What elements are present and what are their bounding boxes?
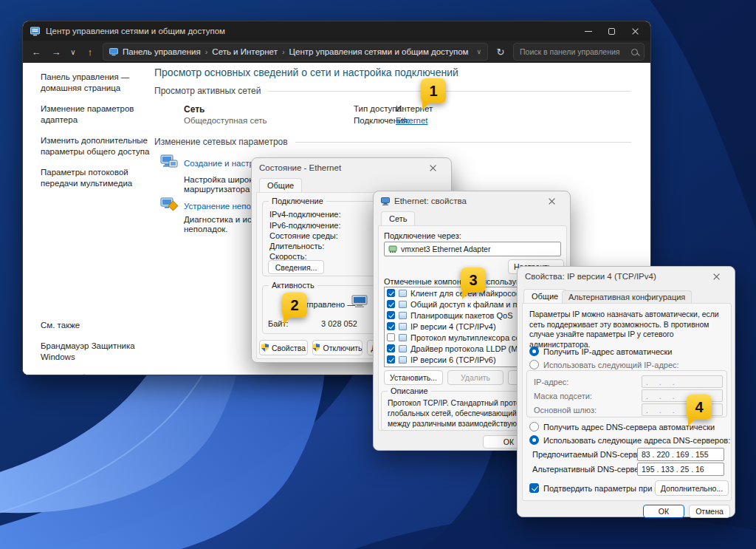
properties-button[interactable]: Свойства: [259, 340, 308, 355]
sidebar: Панель управления — домашняя страница Из…: [41, 72, 153, 199]
radio-auto-dns[interactable]: [529, 422, 539, 432]
breadcrumb-item-network-internet[interactable]: Сеть и Интернет: [212, 47, 278, 56]
install-button[interactable]: Установить...: [384, 370, 443, 385]
chevron-right-icon: ›: [205, 47, 208, 56]
ethernet-link[interactable]: Ethernet: [396, 116, 427, 125]
section-change-settings-label: Изменение сетевых параметров: [154, 137, 288, 147]
checkbox-checked-icon[interactable]: [387, 322, 395, 330]
component-label: IP версии 4 (TCP/IPv4): [410, 322, 496, 331]
sidebar-item-firewall[interactable]: Брандмауэр Защитника Windows: [41, 341, 153, 363]
back-icon[interactable]: ←: [29, 47, 44, 58]
component-icon: [399, 334, 407, 341]
alternate-dns-field[interactable]: 195 . 133 . 25 . 16: [637, 463, 724, 476]
ethernet-icon: [381, 197, 390, 205]
ip-address-label: IP-адрес:: [534, 378, 568, 386]
section-active-networks-label: Просмотр активных сетей: [154, 86, 261, 96]
see-also-header: См. также: [41, 320, 153, 331]
checkbox-unchecked-icon[interactable]: [387, 333, 395, 341]
close-icon[interactable]: [422, 160, 444, 175]
preferred-dns-label: Предпочитаемый DNS-сервер:: [532, 450, 648, 459]
sidebar-item-adapter-settings[interactable]: Изменение параметров адаптера: [41, 103, 153, 126]
close-icon[interactable]: [631, 27, 639, 35]
troubleshoot-icon: [160, 197, 178, 212]
ipv4-properties-dialog: Свойства: IP версии 4 (TCP/IPv4) Общие А…: [517, 266, 735, 517]
ipv4-intro-text: Параметры IP можно назначать автоматичес…: [529, 310, 724, 350]
component-icon: [399, 356, 407, 364]
chevron-down-icon[interactable]: ∨: [476, 48, 481, 55]
tab-general[interactable]: Общие: [523, 289, 566, 303]
window-title: Центр управления сетями и общим доступом: [46, 27, 225, 35]
radio-manual-ip[interactable]: [529, 360, 539, 369]
validate-settings-checkbox[interactable]: [529, 483, 539, 493]
tab-general[interactable]: Общие: [259, 178, 302, 192]
tab-alternate-configuration[interactable]: Альтернативная конфигурация: [562, 290, 692, 303]
troubleshoot-desc-line2: неполадок.: [184, 225, 228, 233]
adapter-dialog-titlebar[interactable]: Ethernet: свойства: [374, 191, 570, 211]
minimize-icon[interactable]: [585, 31, 592, 32]
status-dialog-title: Состояние - Ethernet: [259, 163, 341, 172]
component-icon: [399, 290, 407, 297]
duration-label: Длительность:: [269, 242, 324, 250]
advanced-button-label: Дополнительно...: [661, 484, 723, 493]
search-input[interactable]: Поиск в панели управления: [513, 43, 645, 61]
window-titlebar[interactable]: Центр управления сетями и общим доступом: [23, 21, 650, 41]
component-icon: [399, 323, 407, 330]
adapter-dialog-title: Ethernet: свойства: [394, 197, 467, 205]
close-icon[interactable]: [540, 194, 563, 208]
step-marker-3: 3: [461, 267, 486, 293]
checkbox-checked-icon[interactable]: [387, 311, 395, 319]
breadcrumb-item-control-panel[interactable]: Панель управления: [123, 47, 201, 56]
checkbox-checked-icon[interactable]: [387, 344, 395, 352]
checkbox-checked-icon[interactable]: [387, 300, 395, 308]
breadcrumb-item-network-sharing[interactable]: Центр управления сетями и общим доступом: [289, 47, 469, 56]
sidebar-see-also: См. также Брандмауэр Защитника Windows С…: [41, 320, 153, 375]
search-icon[interactable]: [631, 49, 638, 55]
step-marker-1: 1: [421, 78, 446, 103]
component-icon: [399, 312, 407, 319]
details-button[interactable]: Сведения...: [268, 260, 324, 274]
disable-button[interactable]: Отключить: [312, 340, 362, 355]
radio-manual-dns[interactable]: [529, 435, 539, 445]
radio-auto-ip-label[interactable]: Получить IP-адрес автоматически: [543, 347, 672, 356]
control-panel-icon: [30, 27, 40, 36]
ipv4-dialog-titlebar[interactable]: Свойства: IP версии 4 (TCP/IPv4): [518, 267, 735, 286]
ip-address-field[interactable]: . . .: [642, 375, 723, 388]
breadcrumb-location-icon: [109, 47, 118, 56]
forward-icon[interactable]: →: [49, 47, 63, 58]
page-title: Просмотр основных сведений о сети и наст…: [154, 67, 458, 78]
chevron-right-icon: ›: [282, 47, 285, 56]
network-adapter-icon: [388, 245, 397, 253]
adapter-name-field: vmxnet3 Ethernet Adapter: [384, 242, 561, 256]
sidebar-item-advanced-sharing[interactable]: Изменить дополнительные параметры общего…: [41, 135, 153, 157]
preferred-dns-field[interactable]: 83 . 220 . 169 . 155: [637, 448, 724, 461]
ok-button[interactable]: ОК: [643, 505, 684, 518]
component-label: Планировщик пакетов QoS: [410, 311, 513, 320]
radio-manual-ip-label[interactable]: Использовать следующий IP-адрес:: [543, 361, 679, 369]
sidebar-item-media-streaming[interactable]: Параметры потоковой передачи мультимедиа: [41, 167, 153, 189]
search-placeholder: Поиск в панели управления: [520, 47, 620, 56]
uac-shield-icon: [261, 344, 269, 352]
history-dropdown-icon[interactable]: ∨: [69, 48, 78, 56]
new-connection-icon: [160, 154, 178, 169]
close-icon[interactable]: [705, 269, 727, 284]
properties-button-label: Свойства: [272, 344, 306, 352]
advanced-button[interactable]: Дополнительно...: [655, 480, 729, 496]
uninstall-button[interactable]: Удалить: [447, 370, 504, 385]
cancel-button[interactable]: Отмена: [689, 505, 730, 518]
uac-shield-icon: [312, 344, 320, 352]
up-icon[interactable]: ↑: [83, 47, 97, 58]
tab-networking[interactable]: Сеть: [381, 211, 415, 225]
sidebar-item-home[interactable]: Панель управления — домашняя страница: [41, 72, 153, 94]
checkbox-checked-icon[interactable]: [387, 289, 395, 297]
sidebar-item-browser-options[interactable]: Свойства браузера: [41, 372, 153, 375]
radio-manual-dns-label[interactable]: Использовать следующие адреса DNS-сервер…: [543, 436, 730, 445]
checkbox-checked-icon[interactable]: [387, 355, 395, 364]
radio-auto-ip[interactable]: [529, 347, 539, 356]
breadcrumb[interactable]: Панель управления › Сеть и Интернет › Це…: [103, 43, 488, 61]
details-button-label: Сведения...: [275, 263, 317, 272]
maximize-icon[interactable]: [608, 28, 615, 35]
refresh-icon[interactable]: ↻: [493, 47, 508, 58]
status-dialog-titlebar[interactable]: Состояние - Ethernet: [252, 158, 451, 177]
network-kind: Общедоступная сеть: [184, 116, 267, 125]
default-gateway-label: Основной шлюз:: [534, 406, 597, 415]
